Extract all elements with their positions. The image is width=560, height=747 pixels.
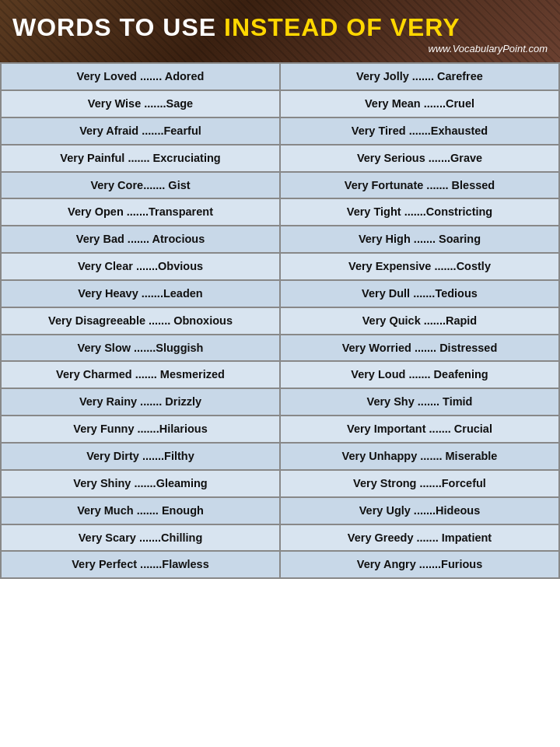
table-cell: Very Scary .......Chilling xyxy=(1,524,280,552)
table-cell: Very Important ....... Crucial xyxy=(280,416,559,443)
table-cell: Very Perfect .......Flawless xyxy=(1,551,280,578)
table-row: Very Funny .......HilariousVery Importan… xyxy=(1,416,559,443)
table-cell: Very Slow .......Sluggish xyxy=(1,335,280,362)
table-cell: Very Worried ....... Distressed xyxy=(280,335,559,362)
table-row: Very Charmed ....... MesmerizedVery Loud… xyxy=(1,361,559,388)
table-cell: Very Much ....... Enough xyxy=(1,497,280,524)
table-cell: Very Shy ....... Timid xyxy=(280,388,559,416)
title-highlight: INSTEAD OF VERY xyxy=(224,13,460,41)
table-cell: Very Painful ....... Excruciating xyxy=(1,145,280,172)
table-cell: Very Fortunate ....... Blessed xyxy=(280,172,559,199)
table-row: Very Shiny .......GleamingVery Strong ..… xyxy=(1,470,559,497)
table-row: Very Dirty .......FilthyVery Unhappy ...… xyxy=(1,443,559,470)
table-row: Very Rainy ....... DrizzlyVery Shy .....… xyxy=(1,388,559,416)
table-row: Very Heavy .......LeadenVery Dull ......… xyxy=(1,280,559,307)
title-prefix: WORDS TO USE xyxy=(12,13,224,41)
table-cell: Very Shiny .......Gleaming xyxy=(1,470,280,497)
table-cell: Very Rainy ....... Drizzly xyxy=(1,388,280,416)
table-row: Very Core....... GistVery Fortunate ....… xyxy=(1,172,559,199)
table-row: Very Scary .......ChillingVery Greedy ..… xyxy=(1,524,559,552)
table-row: Very Perfect .......FlawlessVery Angry .… xyxy=(1,551,559,578)
table-row: Very Slow .......SluggishVery Worried ..… xyxy=(1,335,559,362)
table-row: Very Disagreeable ....... ObnoxiousVery … xyxy=(1,307,559,335)
table-row: Very Afraid .......FearfulVery Tired ...… xyxy=(1,117,559,145)
table-cell: Very Dirty .......Filthy xyxy=(1,443,280,470)
table-cell: Very Mean .......Cruel xyxy=(280,90,559,117)
table-cell: Very Tired .......Exhausted xyxy=(280,117,559,145)
table-cell: Very Greedy ....... Impatient xyxy=(280,524,559,552)
table-cell: Very Core....... Gist xyxy=(1,172,280,199)
table-cell: Very Tight .......Constricting xyxy=(280,198,559,226)
table-cell: Very Bad ....... Atrocious xyxy=(1,226,280,253)
table-row: Very Bad ....... AtrociousVery High ....… xyxy=(1,226,559,253)
table-cell: Very Strong .......Forceful xyxy=(280,470,559,497)
table-cell: Very Jolly ....... Carefree xyxy=(280,63,559,90)
table-cell: Very Open .......Transparent xyxy=(1,198,280,226)
word-table-container: Very Loved ....... AdoredVery Jolly ....… xyxy=(0,62,560,579)
table-cell: Very Wise .......Sage xyxy=(1,90,280,117)
table-row: Very Open .......TransparentVery Tight .… xyxy=(1,198,559,226)
table-cell: Very Charmed ....... Mesmerized xyxy=(1,361,280,388)
table-cell: Very Dull .......Tedious xyxy=(280,280,559,307)
table-cell: Very Expensive .......Costly xyxy=(280,253,559,280)
table-cell: Very Serious .......Grave xyxy=(280,145,559,172)
table-row: Very Clear .......ObviousVery Expensive … xyxy=(1,253,559,280)
table-cell: Very Loud ....... Deafening xyxy=(280,361,559,388)
page-header: WORDS TO USE INSTEAD OF VERY www.Vocabul… xyxy=(0,0,560,62)
table-cell: Very Loved ....... Adored xyxy=(1,63,280,90)
website-url: www.VocabularyPoint.com xyxy=(12,43,548,54)
table-cell: Very Disagreeable ....... Obnoxious xyxy=(1,307,280,335)
table-cell: Very Heavy .......Leaden xyxy=(1,280,280,307)
table-row: Very Wise .......SageVery Mean .......Cr… xyxy=(1,90,559,117)
table-cell: Very Afraid .......Fearful xyxy=(1,117,280,145)
word-table: Very Loved ....... AdoredVery Jolly ....… xyxy=(0,62,560,579)
table-cell: Very Quick .......Rapid xyxy=(280,307,559,335)
table-cell: Very High ....... Soaring xyxy=(280,226,559,253)
table-cell: Very Funny .......Hilarious xyxy=(1,416,280,443)
table-row: Very Loved ....... AdoredVery Jolly ....… xyxy=(1,63,559,90)
table-cell: Very Angry .......Furious xyxy=(280,551,559,578)
table-row: Very Much ....... EnoughVery Ugly ......… xyxy=(1,497,559,524)
table-row: Very Painful ....... ExcruciatingVery Se… xyxy=(1,145,559,172)
table-cell: Very Unhappy ....... Miserable xyxy=(280,443,559,470)
page-title: WORDS TO USE INSTEAD OF VERY xyxy=(12,14,548,41)
table-cell: Very Clear .......Obvious xyxy=(1,253,280,280)
table-cell: Very Ugly .......Hideous xyxy=(280,497,559,524)
